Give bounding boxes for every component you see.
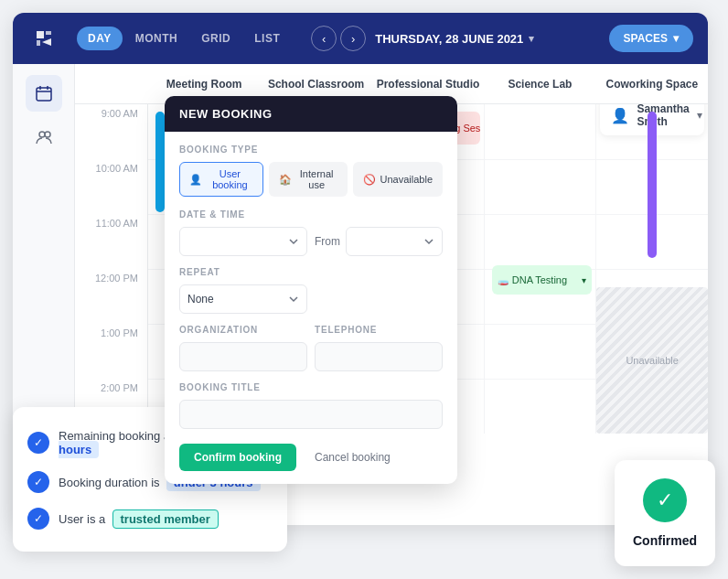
unavailable-label: Unavailable <box>626 355 678 366</box>
booking-type-label: BOOKING TYPE <box>179 145 443 155</box>
room-header-coworking: Coworking Space <box>596 78 708 91</box>
room-header-meeting: Meeting Room <box>148 78 260 91</box>
purple-event-bar <box>648 112 657 258</box>
room-col-science: 🧫 DNA Testing ▾ <box>485 104 597 434</box>
org-tel-row: ORGANIZATION TELEPHONE <box>179 325 443 371</box>
member-text: User is a trusted member <box>59 512 219 526</box>
org-label: ORGANIZATION <box>179 325 307 335</box>
user-booking-label: User booking <box>207 168 253 190</box>
sidebar-item-users[interactable] <box>26 119 62 155</box>
booking-modal-header: NEW BOOKING <box>165 96 457 132</box>
tab-month[interactable]: MONTH <box>124 27 189 50</box>
event-dna[interactable]: 🧫 DNA Testing ▾ <box>492 265 593 295</box>
tel-group: TELEPHONE <box>315 325 443 371</box>
current-date[interactable]: THURSDAY, 28 JUNE 2021 ▾ <box>375 32 534 46</box>
btn-unavailable[interactable]: 🚫 Unavailable <box>353 162 443 197</box>
dna-chevron-icon: ▾ <box>582 275 586 285</box>
unavailable-icon: 🚫 <box>363 174 376 186</box>
tab-list[interactable]: LIST <box>243 27 291 50</box>
user-avatar-icon: 👤 <box>611 107 629 124</box>
time-slot-10am: 10:00 AM <box>75 159 148 214</box>
unavailable-block: Unavailable <box>596 287 708 434</box>
prev-arrow[interactable]: ‹ <box>311 26 337 51</box>
booking-modal: NEW BOOKING BOOKING TYPE 👤 User booking … <box>165 96 457 484</box>
user-chevron-icon: ▾ <box>697 109 702 122</box>
svg-point-4 <box>39 132 45 137</box>
cancel-booking-button[interactable]: Cancel booking <box>304 444 401 471</box>
allowance-check-icon: ✓ <box>27 432 49 454</box>
datetime-label: DATE & TIME <box>179 209 443 220</box>
booking-title-label: BOOKING TITLE <box>179 382 443 392</box>
internal-use-label: Internal use <box>296 168 337 190</box>
confirmed-check-icon: ✓ <box>643 478 687 522</box>
tab-day[interactable]: DAY <box>77 27 123 50</box>
booking-title-input[interactable] <box>179 400 443 429</box>
svg-point-5 <box>45 132 50 137</box>
user-name: Samantha Smith <box>637 104 689 128</box>
btn-user-booking[interactable]: 👤 User booking <box>179 162 263 197</box>
booking-actions: Confirm booking Cancel booking <box>179 440 443 471</box>
unavailable-btn-label: Unavailable <box>380 174 433 185</box>
repeat-label: REPEAT <box>179 267 443 277</box>
duration-prefix: Booking duration is <box>59 476 160 489</box>
dna-icon: 🧫 <box>498 275 509 285</box>
confirmed-text: Confirmed <box>633 533 697 548</box>
member-highlight: trusted member <box>112 509 219 529</box>
member-prefix: User is a <box>59 512 105 526</box>
nav-arrows: ‹ › <box>311 26 366 51</box>
dna-label: DNA Testing <box>512 274 567 285</box>
room-header-classroom: School Classroom <box>260 78 371 91</box>
date-chevron-icon: ▾ <box>529 33 534 45</box>
booking-modal-body: BOOKING TYPE 👤 User booking 🏠 Internal u… <box>165 132 457 484</box>
time-group: From <box>315 227 443 256</box>
date-group <box>179 227 307 256</box>
tel-label: TELEPHONE <box>315 325 443 335</box>
room-header-studio: Professional Studio <box>372 78 484 91</box>
org-group: ORGANIZATION <box>179 325 307 371</box>
time-slot-12pm: 12:00 PM <box>75 269 148 324</box>
modal-title: NEW BOOKING <box>179 107 273 121</box>
spaces-chevron-icon: ▾ <box>673 32 679 45</box>
date-text: THURSDAY, 28 JUNE 2021 <box>375 32 523 46</box>
duration-check-icon: ✓ <box>27 471 49 493</box>
user-booking-icon: 👤 <box>189 174 202 186</box>
time-select[interactable] <box>346 227 443 256</box>
room-col-coworking: 👤 Samantha Smith ▾ Unavailable <box>596 104 708 434</box>
tab-grid[interactable]: GRID <box>190 27 241 50</box>
room-header-science: Science Lab <box>484 78 595 91</box>
spaces-label: SPACES <box>624 32 668 45</box>
time-slot-11am: 11:00 AM <box>75 214 148 269</box>
tel-input[interactable] <box>315 342 443 371</box>
internal-use-icon: 🏠 <box>279 174 292 186</box>
sidebar-item-calendar[interactable] <box>26 75 62 112</box>
date-select[interactable] <box>179 227 307 256</box>
btn-internal-use[interactable]: 🏠 Internal use <box>269 162 348 197</box>
repeat-select[interactable]: None Daily Weekly Monthly <box>179 284 307 314</box>
time-slot-9am: 9:00 AM <box>75 104 148 159</box>
svg-rect-0 <box>37 88 51 101</box>
time-column: 9:00 AM 10:00 AM 11:00 AM 12:00 PM 1:00 … <box>75 104 148 434</box>
spaces-button[interactable]: SPACES ▾ <box>609 25 693 52</box>
time-slot-1pm: 1:00 PM <box>75 324 148 379</box>
view-tabs: DAY MONTH GRID LIST <box>77 27 291 50</box>
from-label: From <box>315 235 340 248</box>
org-input[interactable] <box>179 342 307 371</box>
datetime-row: From <box>179 227 443 256</box>
daily-meeting-bar <box>155 112 165 212</box>
next-arrow[interactable]: › <box>340 26 366 51</box>
app-logo[interactable] <box>27 22 60 55</box>
member-check-icon: ✓ <box>27 508 49 530</box>
top-nav: DAY MONTH GRID LIST ‹ › THURSDAY, 28 JUN… <box>13 13 708 64</box>
info-row-member: ✓ User is a trusted member <box>27 500 273 537</box>
confirm-booking-button[interactable]: Confirm booking <box>179 444 296 471</box>
booking-type-row: 👤 User booking 🏠 Internal use 🚫 Unavaila… <box>179 162 443 197</box>
confirmed-card: ✓ Confirmed <box>615 460 715 566</box>
